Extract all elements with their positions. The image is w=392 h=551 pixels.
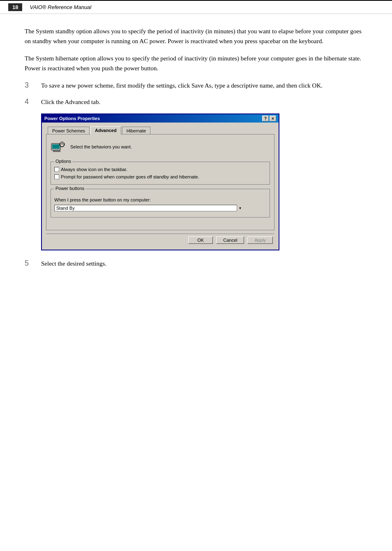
dialog-title: Power Options Properties [44,116,100,121]
step-4-text: Click the Advanced tab. [41,97,100,107]
page-container: 18 VAIO® Reference Manual The System sta… [0,0,392,551]
step-5: 5 Select the desired settings. [25,259,367,269]
page-number: 18 [8,3,22,11]
step-5-text: Select the desired settings. [41,259,106,269]
checkbox-always-show-icon[interactable] [54,167,59,172]
svg-rect-1 [52,144,60,149]
titlebar-buttons: ? × [262,116,276,121]
apply-button[interactable]: Apply [247,236,273,244]
tab-hibernate[interactable]: Hibernate [122,127,151,134]
tab-power-schemes[interactable]: Power Schemes [48,127,90,134]
dialog-screenshot-container: Power Options Properties ? × Pow [25,113,367,250]
power-buttons-group-label: Power buttons [54,186,85,191]
tab-bar: Power Schemes Advanced Hibernate [46,126,274,134]
dialog-wrapper: Power Options Properties ? × Pow [41,113,279,250]
power-button-section: When I press the power button on my comp… [54,197,266,211]
step-3: 3 To save a new power scheme, first modi… [25,81,367,90]
dialog-titlebar: Power Options Properties ? × [42,114,279,123]
paragraph-standby: The System standby option allows you to … [25,26,367,46]
step-3-number: 3 [25,81,41,90]
content-area: The System standby option allows you to … [0,14,392,287]
icon-description: Select the behaviors you want. [70,144,132,149]
step-list: 3 To save a new power scheme, first modi… [25,81,367,269]
icon-desc-row: Select the behaviors you want. [51,139,270,157]
power-icon [51,140,65,155]
dialog-box: Power Options Properties ? × Pow [41,113,279,250]
step-4: 4 Click the Advanced tab. [25,97,367,107]
checkbox-prompt-password[interactable] [54,174,59,179]
step-5-number: 5 [25,259,41,268]
cancel-button[interactable]: Cancel [216,236,244,244]
dialog-help-button[interactable]: ? [262,116,269,121]
select-arrow-icon: ▼ [237,205,243,211]
dialog-buttons: OK Cancel Apply [46,234,274,245]
spacer [51,222,270,226]
svg-rect-2 [54,150,60,151]
step-3-text: To save a new power scheme, first modify… [41,81,323,90]
checkbox-2-label: Prompt for password when computer goes o… [61,174,199,179]
dropdown-row: Stand By Shut Down Hibernate Do Nothing … [54,205,266,211]
select-wrapper: Stand By Shut Down Hibernate Do Nothing … [54,205,243,211]
power-button-desc: When I press the power button on my comp… [54,197,266,202]
tab-content-advanced: Select the behaviors you want. Options A… [46,134,274,230]
power-icon-svg [51,140,65,155]
checkbox-1-label: Always show icon on the taskbar. [61,167,127,172]
checkbox-row-1: Always show icon on the taskbar. [54,167,266,172]
step-4-number: 4 [25,97,41,106]
power-button-select[interactable]: Stand By Shut Down Hibernate Do Nothing [54,205,243,211]
dialog-content: Power Schemes Advanced Hibernate [42,123,279,250]
header-title: VAIO® Reference Manual [30,4,91,10]
svg-rect-3 [53,151,60,152]
header-bar: 18 VAIO® Reference Manual [0,0,392,14]
checkbox-row-2: Prompt for password when computer goes o… [54,174,266,179]
paragraph-hibernate: The System hibernate option allows you t… [25,53,367,73]
tab-advanced[interactable]: Advanced [90,126,121,134]
ok-button[interactable]: OK [188,236,213,244]
options-group-label: Options [54,159,72,164]
options-group: Options Always show icon on the taskbar.… [51,162,270,185]
power-buttons-group: Power buttons When I press the power but… [51,189,270,218]
dialog-close-button[interactable]: × [270,116,276,121]
